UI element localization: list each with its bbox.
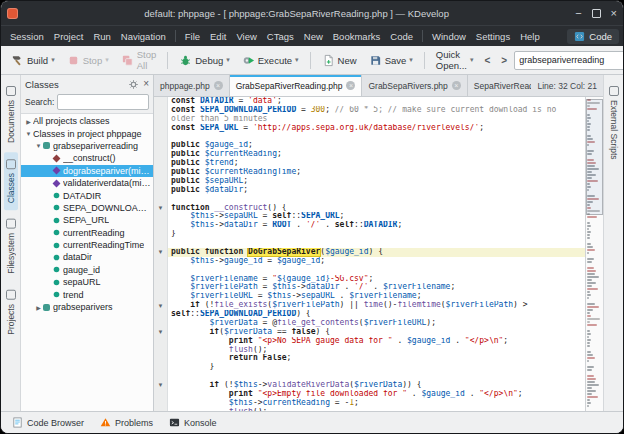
tab-close-icon[interactable]: × xyxy=(452,81,461,90)
code-line[interactable]: return False; xyxy=(154,354,585,363)
editor-tab-grabsepariverreading-php[interactable]: GrabSepaRiverReading.php× xyxy=(230,75,363,96)
menu-edit[interactable]: Edit xyxy=(205,29,231,44)
fold-arrow-icon[interactable]: ▼ xyxy=(154,328,168,337)
toolbar-button-save[interactable]: Save▾ xyxy=(364,52,418,69)
toolbar-button-quick-open[interactable]: Quick Open...▾ xyxy=(431,47,479,73)
dock-tab-external-scripts[interactable]: External Scripts xyxy=(607,79,621,167)
code-line[interactable]: $this->currentReading = -1; xyxy=(154,399,585,408)
search-prev-button[interactable]: < xyxy=(480,54,494,67)
minimap-view-rect[interactable] xyxy=(586,99,603,215)
tree-item-construct[interactable]: __construct() xyxy=(21,152,153,164)
minimap-scrollbar[interactable] xyxy=(585,97,603,411)
minimize-icon[interactable]: − xyxy=(575,8,581,19)
dock-tab-classes[interactable]: Classes xyxy=(4,152,18,210)
tree-item-sepa-url[interactable]: SEPA_URL xyxy=(21,214,153,226)
tree-item-validateriverdata-mixed[interactable]: validateriverdata(mixed) xyxy=(21,177,153,189)
menu-view[interactable]: View xyxy=(231,29,261,44)
menu-bookmarks[interactable]: Bookmarks xyxy=(328,29,386,44)
code-line[interactable]: print "<p>No SEPA gauge data for " . $ga… xyxy=(154,337,585,346)
expander-open-icon[interactable]: ▼ xyxy=(34,143,43,149)
search-next-button[interactable]: > xyxy=(497,54,511,67)
code-line[interactable]: $this->gauge_id = $gauge_id; xyxy=(154,257,585,266)
editor-tab-grabseparivers-php[interactable]: GrabSepaRivers.php× xyxy=(362,75,467,96)
code-line[interactable]: $this->dataDir = ROOT . '/' . self::DATA… xyxy=(154,221,585,230)
code-line[interactable]: public $dataDir; xyxy=(154,186,585,195)
tree-item-currentreading[interactable]: currentReading xyxy=(21,227,153,239)
code-line[interactable]: $riverFileURL = $this->sepaURL . $riverF… xyxy=(154,292,585,301)
editor-tab-separiverreadinghistory-php[interactable]: SepaRiverReadingHistory.php× xyxy=(468,75,532,96)
code-line[interactable]: const DATADIR = 'data'; xyxy=(154,97,585,106)
menu-ctags[interactable]: CTags xyxy=(262,29,299,44)
code-line[interactable]: self::SEPA_DOWNLOAD_PERIOD) { xyxy=(154,310,585,319)
code-line[interactable]: public $sepaURL; xyxy=(154,177,585,186)
menu-settings[interactable]: Settings xyxy=(471,29,515,44)
code-line[interactable] xyxy=(154,239,585,248)
code-line[interactable]: public $gauge_id; xyxy=(154,141,585,150)
code-line[interactable]: print "<p>Empty file downloaded for " . … xyxy=(154,390,585,399)
expander-open-icon[interactable]: ▼ xyxy=(24,131,33,137)
classes-search-input[interactable] xyxy=(57,94,149,110)
statusbar-item-problems[interactable]: Problems xyxy=(94,415,159,430)
expander-closed-icon[interactable]: ▶ xyxy=(34,304,43,311)
tab-close-icon[interactable]: × xyxy=(214,81,223,90)
code-area[interactable]: const DATADIR = 'data';const SEPA_DOWNLO… xyxy=(154,97,585,411)
code-line[interactable]: ▼ if (!file_exists($riverFilePath) || ti… xyxy=(154,301,585,310)
code-line[interactable]: $riverData = @file_get_contents($riverFi… xyxy=(154,319,585,328)
code-line[interactable]: ▼ if($riverData == false) { xyxy=(154,328,585,337)
code-line[interactable]: const SEPA_DOWNLOAD_PERIOD = 300; // 60 … xyxy=(154,106,585,115)
tree-item-classes-in-project-phppage[interactable]: ▼Classes in project phppage xyxy=(21,127,153,139)
menu-session[interactable]: Session xyxy=(5,29,49,44)
code-line[interactable]: const SEPA_URL = 'http://apps.sepa.org.u… xyxy=(154,124,585,133)
tab-close-icon[interactable]: × xyxy=(346,81,355,90)
dock-tab-projects[interactable]: Projects xyxy=(4,283,18,342)
fold-arrow-icon[interactable]: ▼ xyxy=(154,248,168,257)
code-line[interactable]: } xyxy=(154,363,585,372)
close-icon[interactable]: × xyxy=(611,8,617,19)
tree-item-datadir[interactable]: DATADIR xyxy=(21,189,153,201)
code-line[interactable] xyxy=(154,266,585,275)
tree-item-sepa-download-period[interactable]: SEPA_DOWNLOAD_PERIOD xyxy=(21,202,153,214)
code-line[interactable]: ▼function __construct() { xyxy=(154,204,585,213)
maximize-icon[interactable] xyxy=(592,9,601,18)
code-line[interactable]: $riverFilePath = $this->dataDir . '/' . … xyxy=(154,283,585,292)
code-line[interactable]: public $trend; xyxy=(154,159,585,168)
menu-help[interactable]: Help xyxy=(515,29,545,44)
code-line[interactable]: older than 5 minutes xyxy=(154,115,585,124)
menu-window[interactable]: Window xyxy=(427,29,471,44)
dock-tab-filesystem[interactable]: Filesystem xyxy=(4,212,18,281)
code-line[interactable] xyxy=(154,195,585,204)
tree-item-dograbsepariver-mixed[interactable]: dograbsepariver(mixed) xyxy=(21,165,153,177)
code-line[interactable]: public $currentReadingTime; xyxy=(154,168,585,177)
gear-icon[interactable] xyxy=(128,79,139,90)
editor-tab-phppage-php[interactable]: phppage.php× xyxy=(154,75,230,96)
panel-close-icon[interactable]: × xyxy=(143,79,149,89)
code-line[interactable]: $this->sepaURL = self::SEPA_URL; xyxy=(154,212,585,221)
area-switcher-code[interactable]: Code xyxy=(567,29,619,44)
menu-project[interactable]: Project xyxy=(49,29,89,44)
menu-new[interactable]: New xyxy=(299,29,328,44)
expander-closed-icon[interactable]: ▶ xyxy=(24,118,33,125)
fold-arrow-icon[interactable]: ▼ xyxy=(154,301,168,310)
menu-run[interactable]: Run xyxy=(88,29,115,44)
tree-item-sepaurl[interactable]: sepaURL xyxy=(21,276,153,288)
toolbar-button-new[interactable]: New xyxy=(317,52,362,69)
menu-code[interactable]: Code xyxy=(385,29,418,44)
toolbar-button-debug[interactable]: Debug▾ xyxy=(174,52,235,69)
dock-tab-documents[interactable]: Documents xyxy=(4,79,18,150)
statusbar-item-konsole[interactable]: Konsole xyxy=(163,415,223,430)
tree-item-currentreadingtime[interactable]: currentReadingTime xyxy=(21,239,153,251)
toolbar-button-build[interactable]: Build▾ xyxy=(6,52,60,69)
tree-item-all-projects-classes[interactable]: ▶All projects classes xyxy=(21,115,153,127)
tree-item-grabseparivers[interactable]: ▶grabseparivers xyxy=(21,301,153,313)
tree-item-datadir[interactable]: dataDir xyxy=(21,251,153,263)
menu-navigation[interactable]: Navigation xyxy=(116,29,171,44)
toolbar-button-execute[interactable]: Execute▾ xyxy=(237,52,304,69)
code-line[interactable]: ▼public function DoGrabSepaRiver($gauge_… xyxy=(154,248,585,257)
tree-item-trend[interactable]: trend xyxy=(21,288,153,300)
code-line[interactable]: } xyxy=(154,230,585,239)
code-line[interactable]: ▼ if (!$this->validateRiverData($riverDa… xyxy=(154,381,585,390)
tree-item-gauge-id[interactable]: gauge_id xyxy=(21,264,153,276)
code-line[interactable] xyxy=(154,372,585,381)
code-line[interactable]: public $currentReading; xyxy=(154,150,585,159)
statusbar-item-code-browser[interactable]: Code Browser xyxy=(6,415,90,430)
